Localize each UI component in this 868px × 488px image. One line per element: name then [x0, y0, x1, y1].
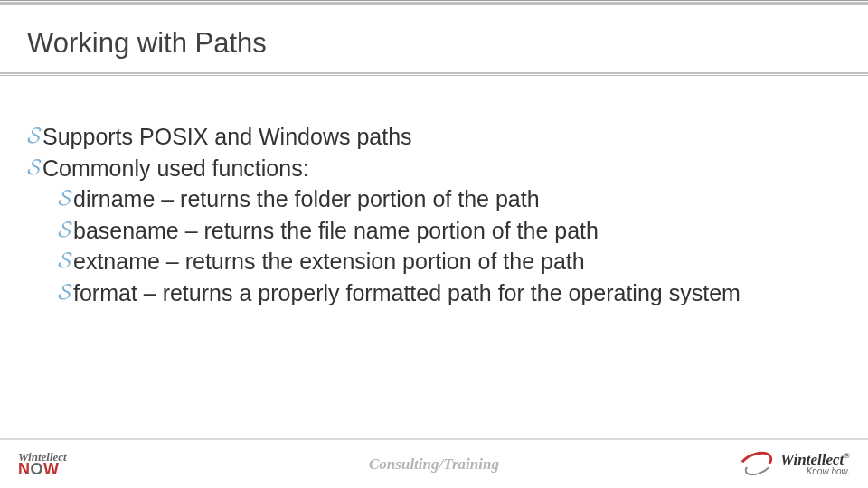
bullet-item-sub: 𝓢 basename – returns the file name porti…	[58, 216, 841, 246]
logo-left-now: NOW	[18, 462, 67, 476]
bullet-icon: 𝓢	[27, 122, 41, 149]
bullet-icon: 𝓢	[58, 247, 71, 274]
header-decoration	[0, 0, 868, 5]
bullet-item-sub: 𝓢 extname – returns the extension portio…	[58, 247, 841, 277]
bullet-text: Commonly used functions:	[42, 154, 309, 183]
logo-wintellect-now: Wintellect NOW	[18, 452, 67, 477]
logo-wintellect: Wintellect® Know how.	[739, 451, 850, 478]
footer-center-text: Consulting/Training	[369, 455, 499, 474]
bullet-text: format – returns a properly formatted pa…	[73, 278, 741, 308]
title-underline	[0, 72, 868, 75]
slide: Working with Paths 𝓢 Supports POSIX and …	[0, 0, 868, 488]
swoosh-icon	[739, 451, 775, 478]
bullet-text: dirname – returns the folder portion of …	[73, 184, 540, 214]
bullet-item: 𝓢 Supports POSIX and Windows paths	[27, 122, 841, 152]
bullet-item-sub: 𝓢 format – returns a properly formatted …	[58, 278, 841, 308]
logo-right-tagline: Know how.	[780, 467, 850, 476]
bullet-icon: 𝓢	[58, 278, 71, 305]
bullet-icon: 𝓢	[58, 184, 71, 211]
slide-content: 𝓢 Supports POSIX and Windows paths 𝓢 Com…	[27, 122, 841, 309]
bullet-text: Supports POSIX and Windows paths	[42, 122, 412, 152]
bullet-icon: 𝓢	[27, 154, 41, 181]
bullet-text: extname – returns the extension portion …	[73, 247, 585, 277]
bullet-item-sub: 𝓢 dirname – returns the folder portion o…	[58, 184, 841, 214]
logo-right-name: Wintellect®	[780, 452, 850, 467]
bullet-icon: 𝓢	[58, 216, 71, 243]
registered-mark: ®	[844, 451, 850, 460]
bullet-text: basename – returns the file name portion…	[73, 216, 599, 246]
footer: Wintellect NOW Consulting/Training Winte…	[0, 438, 868, 488]
logo-right-text: Wintellect® Know how.	[780, 452, 850, 476]
bullet-item: 𝓢 Commonly used functions:	[27, 154, 841, 183]
slide-title: Working with Paths	[27, 27, 267, 60]
